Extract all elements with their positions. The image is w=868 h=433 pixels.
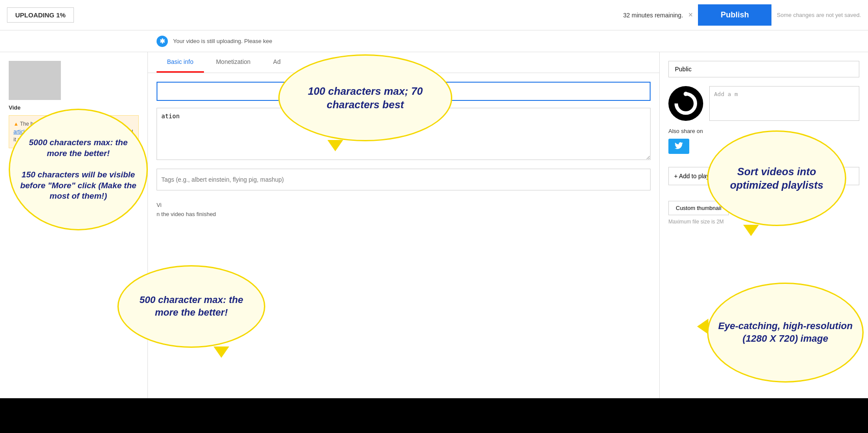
notification-text: Your video is still uploading. Please ke… bbox=[173, 38, 272, 44]
annotation-sort-videos: Sort videos into optimized playlists bbox=[707, 130, 846, 226]
svg-point-1 bbox=[684, 92, 688, 96]
tab-basic-info[interactable]: Basic info bbox=[157, 52, 204, 73]
notification-row: ✱ Your video is still uploading. Please … bbox=[0, 30, 868, 52]
annotation-500-chars: 500 character max: the more the better! bbox=[117, 265, 265, 348]
annotation-title-chars: 5000 characters max: the more the better… bbox=[9, 109, 148, 230]
annotation-thumbnail: Eye-catching, high-resolution (1280 X 72… bbox=[707, 283, 864, 383]
upload-status-badge: UPLOADING 1% bbox=[7, 7, 74, 23]
warning-text-1: The bbox=[20, 121, 29, 127]
visibility-section-label: Vi bbox=[157, 202, 651, 208]
add-message-input[interactable]: Add a m bbox=[709, 86, 859, 121]
unsaved-notice: Some changes are not yet saved. bbox=[777, 12, 861, 18]
visibility-select[interactable]: Public Unlisted Private bbox=[668, 61, 859, 77]
channel-logo bbox=[668, 86, 703, 121]
tags-input[interactable] bbox=[157, 169, 651, 190]
top-bar: UPLOADING 1% 32 minutes remaining. × Pub… bbox=[0, 0, 868, 30]
visibility-note: n the video has finished bbox=[157, 211, 651, 217]
warning-icon: ▲ bbox=[13, 121, 19, 127]
time-remaining-text: 32 minutes remaining. bbox=[623, 12, 683, 19]
video-thumbnail bbox=[9, 61, 61, 100]
close-icon[interactable]: × bbox=[688, 10, 693, 20]
notification-icon: ✱ bbox=[157, 36, 168, 47]
channel-row: Add a m bbox=[668, 86, 859, 121]
tab-monetization[interactable]: Monetization bbox=[206, 52, 261, 73]
publish-button[interactable]: Publish bbox=[698, 4, 771, 26]
tab-ad[interactable]: Ad bbox=[263, 52, 291, 73]
footer bbox=[0, 398, 868, 433]
annotation-100-chars: 100 characters max; 70 characters best bbox=[278, 54, 452, 141]
twitter-share-button[interactable] bbox=[668, 139, 689, 154]
